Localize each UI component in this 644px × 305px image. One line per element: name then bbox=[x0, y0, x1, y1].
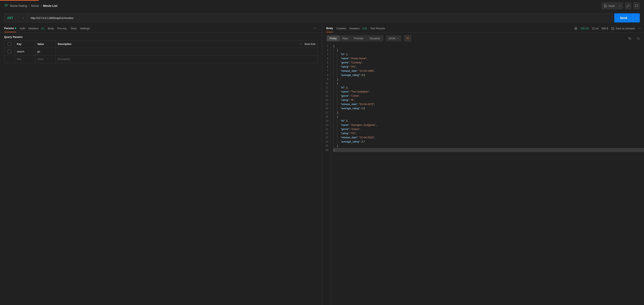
svg-point-8 bbox=[638, 28, 639, 28]
status-size: 668 B bbox=[602, 27, 608, 30]
wrap-icon bbox=[406, 36, 409, 40]
param-key-input[interactable] bbox=[17, 58, 33, 60]
dots-icon bbox=[313, 26, 317, 30]
view-visualize[interactable]: Visualize bbox=[366, 35, 383, 41]
chevron-down-icon bbox=[619, 4, 622, 7]
svg-rect-0 bbox=[4, 4, 8, 5]
save-example-button[interactable]: Save as example bbox=[611, 27, 635, 30]
svg-point-1 bbox=[314, 28, 314, 28]
svg-point-6 bbox=[301, 44, 302, 44]
wrap-lines-button[interactable] bbox=[404, 35, 411, 42]
tab-params[interactable]: Params bbox=[4, 24, 16, 32]
param-row bbox=[4, 48, 318, 55]
save-icon bbox=[611, 27, 614, 30]
tab-test-results[interactable]: Test Results bbox=[370, 25, 385, 32]
format-select[interactable]: JSON bbox=[386, 35, 402, 41]
status-time: 22 ms bbox=[592, 27, 599, 30]
chevron-down-icon bbox=[397, 37, 399, 39]
comment-icon bbox=[635, 4, 638, 7]
breadcrumb-current: Movie List bbox=[43, 4, 57, 7]
more-tabs-button[interactable] bbox=[312, 25, 318, 31]
tab-body-res[interactable]: Body bbox=[326, 24, 333, 32]
tab-headers-req[interactable]: Headers (7) bbox=[28, 25, 44, 32]
select-all-checkbox[interactable] bbox=[8, 42, 12, 46]
tab-settings-req[interactable]: Settings bbox=[80, 25, 90, 32]
view-segment: Pretty Raw Preview Visualize bbox=[326, 35, 384, 42]
query-params-label: Query Params bbox=[0, 33, 322, 40]
svg-point-10 bbox=[640, 28, 641, 28]
copy-icon[interactable] bbox=[628, 37, 632, 40]
method-select[interactable]: GET bbox=[4, 13, 28, 22]
svg-point-2 bbox=[315, 28, 315, 28]
param-value-input[interactable] bbox=[37, 50, 53, 53]
svg-point-3 bbox=[316, 28, 316, 28]
params-table: Key Value Description Bulk Edit bbox=[4, 40, 318, 63]
edit-button[interactable] bbox=[625, 2, 632, 9]
param-value-input[interactable] bbox=[37, 58, 53, 60]
tab-prereq[interactable]: Pre-req. bbox=[57, 25, 67, 32]
tab-auth[interactable]: Auth bbox=[20, 25, 25, 32]
view-raw[interactable]: Raw bbox=[340, 35, 351, 41]
view-pretty[interactable]: Pretty bbox=[327, 35, 340, 41]
save-button[interactable]: Save bbox=[601, 2, 617, 9]
dots-icon[interactable] bbox=[299, 42, 302, 46]
col-value: Value bbox=[35, 40, 56, 48]
search-icon[interactable] bbox=[636, 37, 640, 40]
chevron-down-icon bbox=[635, 17, 638, 19]
svg-point-5 bbox=[300, 44, 300, 44]
breadcrumb: Movie Rating / Movie / Movie List bbox=[4, 4, 57, 8]
url-bar: GET bbox=[4, 13, 612, 22]
param-key-input[interactable] bbox=[17, 50, 33, 53]
dots-icon[interactable] bbox=[638, 27, 642, 30]
param-row-empty bbox=[4, 55, 318, 63]
save-dropdown-button[interactable] bbox=[617, 2, 623, 9]
tab-body-req[interactable]: Body bbox=[48, 25, 54, 32]
param-desc-input[interactable] bbox=[58, 58, 316, 60]
tab-cookies[interactable]: Cookies bbox=[336, 25, 346, 32]
chevron-down-icon bbox=[22, 17, 24, 19]
breadcrumb-root[interactable]: Movie Rating bbox=[10, 4, 27, 7]
svg-point-4 bbox=[299, 44, 300, 44]
status-code: 200 OK bbox=[580, 27, 589, 30]
send-button-group: Send bbox=[614, 13, 640, 22]
svg-point-9 bbox=[640, 28, 640, 28]
row-checkbox[interactable] bbox=[8, 50, 12, 53]
svg-rect-11 bbox=[630, 38, 631, 39]
save-button-group: Save bbox=[601, 2, 623, 9]
response-body[interactable]: 1234567891011121314151617181920212223242… bbox=[322, 44, 644, 305]
send-dropdown-button[interactable] bbox=[633, 13, 640, 22]
breadcrumb-mid[interactable]: Movie bbox=[31, 4, 39, 7]
comment-button[interactable] bbox=[633, 2, 640, 9]
col-desc: Description bbox=[58, 43, 72, 45]
url-input[interactable] bbox=[28, 13, 612, 22]
param-desc-input[interactable] bbox=[58, 50, 316, 53]
globe-icon[interactable] bbox=[574, 27, 578, 30]
tab-headers-res[interactable]: Headers (10) bbox=[350, 25, 367, 32]
bulk-edit-button[interactable]: Bulk Edit bbox=[304, 43, 315, 45]
pencil-icon bbox=[626, 4, 630, 7]
col-key: Key bbox=[15, 40, 35, 48]
tab-tests-req[interactable]: Tests bbox=[70, 25, 77, 32]
send-button[interactable]: Send bbox=[614, 13, 633, 22]
svg-point-12 bbox=[637, 37, 639, 39]
save-icon bbox=[604, 4, 607, 7]
view-preview[interactable]: Preview bbox=[351, 35, 366, 41]
http-icon bbox=[4, 4, 8, 8]
